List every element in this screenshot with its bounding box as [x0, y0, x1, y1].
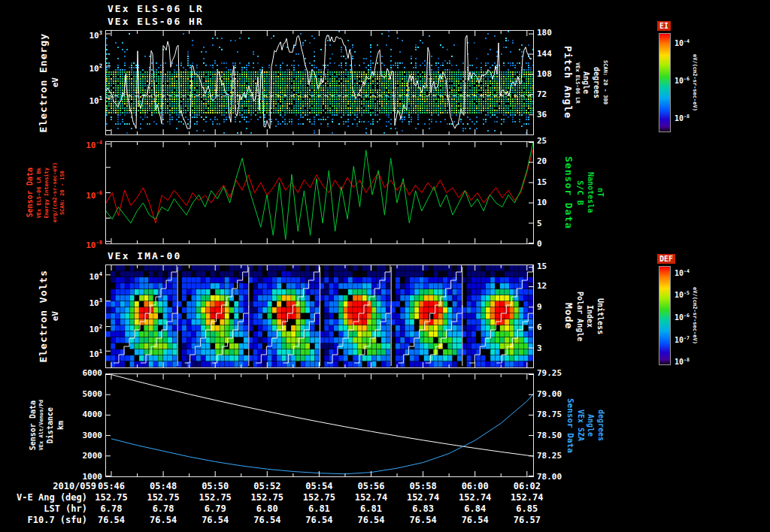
ima-spectrogram-canvas — [106, 265, 533, 367]
p4-right-tick-label: 79.25 — [537, 368, 562, 378]
x-tick-label: 05:52 — [244, 482, 290, 491]
colorbar-units-label: eV/(cm2-sr-sec-eV) — [692, 54, 698, 111]
ev-units-label: eV — [51, 77, 61, 87]
p2-right-tick-label: 10 — [537, 198, 547, 207]
p3-y-tick-label: 101 — [0, 346, 102, 359]
vex-sza-label: VEx SZA — [576, 410, 585, 441]
table-cell: 6.78 — [87, 504, 135, 514]
x-tick-label: 05:50 — [192, 482, 238, 491]
mode-label: Mode — [562, 303, 574, 329]
table-cell: 152.75 — [87, 493, 135, 503]
table-cell: 152.74 — [347, 493, 396, 503]
panel1-title-hr: VEx ELS-06 HR — [108, 16, 204, 27]
x-tick-label: 05:46 — [88, 482, 135, 491]
p4-right-axis-label: Sensor Data VEx SZA Angle degrees — [564, 373, 606, 477]
table-cell: 6.81 — [347, 504, 396, 514]
table-cell: 152.75 — [243, 493, 291, 503]
degrees-label: degrees — [592, 67, 601, 98]
polar-angle-label: Polar Angle — [575, 292, 584, 341]
unitless-label: Unitless — [596, 298, 605, 334]
p1-y-tick-label: 101 — [0, 93, 102, 106]
table-cell: 76.54 — [399, 515, 447, 525]
table-cell: 76.54 — [295, 515, 343, 525]
table-cell: 6.78 — [139, 504, 187, 514]
eflux-colorbar-tick-label: 10-8 — [675, 112, 690, 123]
table-cell: 6.80 — [243, 504, 291, 514]
eflux-colorbar — [659, 33, 671, 132]
x-tick-label: 05:58 — [400, 482, 447, 491]
p1-left-axis-label: Electron Energy eV — [33, 30, 66, 135]
angle-label: Angle — [582, 71, 591, 94]
p3-right-axis-label: Mode Polar Angle Index Unitless — [561, 264, 606, 368]
p4-right-tick-label: 78.50 — [537, 431, 562, 440]
p4-y-tick-label: 4000 — [0, 410, 102, 419]
p4-right-tick-label: 79.00 — [537, 389, 562, 399]
p4-right-tick-label: 78.25 — [537, 451, 562, 461]
eflux-colorbar-tick-label: 10-6 — [675, 74, 690, 86]
p3-right-tick-label: 3 — [537, 343, 542, 353]
colorbar-units-label: eV/(cm2-sr-sec-eV) — [692, 287, 698, 344]
p2-right-tick-label: 20 — [537, 156, 547, 166]
eflux-colorbar-tick-label: 10-4 — [675, 37, 690, 48]
p3-y-tick-label: 102 — [0, 322, 102, 334]
vex-quicklook-figure: VEx ELS-06 LR VEx ELS-06 HR VEx IMA-00 E… — [0, 0, 770, 532]
altitude-sza-canvas — [106, 374, 533, 476]
table-row-label: F10.7 (sfu) — [0, 515, 87, 525]
table-cell: 152.75 — [139, 493, 187, 503]
def-colorbar-tick-label: 10-5 — [675, 289, 690, 300]
p2-y-tick-label: 10-8 — [0, 237, 102, 250]
table-cell: 76.54 — [347, 515, 396, 525]
x-tick-label: 05:54 — [296, 482, 342, 491]
p2-y-tick-label: 10-4 — [0, 138, 102, 150]
p3-y-tick-label: 104 — [0, 269, 102, 282]
eflux-colorbar-units: eV/(cm2-sr-sec-eV) — [690, 33, 699, 132]
panel-els-spectrogram — [105, 30, 534, 135]
panel-intensity-bfield — [105, 141, 534, 244]
table-cell: 152.74 — [503, 493, 551, 503]
angle-label: Angle — [587, 414, 596, 437]
sc-b-label: S/C B — [575, 180, 585, 205]
table-cell: 6.79 — [191, 504, 239, 514]
p4-right-tick-label: 78.00 — [537, 472, 562, 482]
p4-y-tick-label: 6000 — [0, 368, 102, 378]
p2-right-tick-label: 0 — [537, 239, 542, 249]
p4-y-tick-label: 1000 — [0, 472, 102, 482]
p4-y-tick-label: 3000 — [0, 431, 102, 440]
panel3-title: VEx IMA-00 — [108, 250, 181, 261]
nt-units-label: nT — [596, 188, 605, 197]
def-colorbar-units: eV/(cm2-sr-sec-eV) — [690, 266, 699, 365]
sensor-data-label: Sensor Data — [29, 401, 38, 450]
def-colorbar-tick-label: 10-6 — [675, 311, 690, 322]
p2-right-tick-label: 15 — [537, 177, 547, 187]
p1-right-tick-label: 144 — [537, 49, 552, 59]
pitch-angle-label: Pitch Angle — [562, 46, 573, 119]
sensor-data-label: Sensor Data — [562, 156, 574, 229]
table-cell: 6.84 — [451, 504, 499, 514]
electron-energy-label: Electron Energy — [38, 33, 50, 132]
els-lr-label: VEx ELS-06 LR — [574, 62, 581, 104]
p3-right-tick-label: 6 — [537, 322, 542, 332]
table-cell: 152.75 — [295, 493, 343, 503]
p1-y-tick-label: 102 — [0, 61, 102, 74]
p3-right-tick-label: 12 — [537, 281, 547, 291]
ev-units-label: eV — [51, 311, 61, 321]
p3-y-tick-label: 103 — [0, 295, 102, 308]
table-cell: 76.54 — [243, 515, 291, 525]
alt-venus-pd-label: VEx Alt/Venus/Pd — [38, 400, 44, 450]
panel-altitude-sza — [105, 373, 534, 477]
date-label: 2010/059 — [12, 482, 96, 491]
degrees-label: degrees — [596, 410, 605, 441]
def-colorbar-tick-label: 10-4 — [675, 267, 690, 278]
def-colorbar — [659, 266, 671, 365]
intensity-bfield-canvas — [106, 142, 533, 243]
scan-range-label: SCAN: 20 - 300 — [602, 60, 608, 104]
p1-right-tick-label: 72 — [537, 89, 547, 99]
p4-y-tick-label: 5000 — [0, 389, 102, 399]
eflux-colorbar-title: EI — [657, 21, 671, 31]
p2-right-axis-label: Sensor Data S/C B Nanotesla nT — [561, 141, 606, 244]
p1-right-axis-label: Pitch Angle VEx ELS-06 LR Angle degrees … — [559, 30, 611, 135]
def-colorbar-title: DEF — [657, 254, 675, 264]
table-row-label: LST (hr) — [0, 504, 87, 514]
sensor-data-label: Sensor Data — [565, 398, 574, 453]
table-cell: 76.54 — [451, 515, 499, 525]
